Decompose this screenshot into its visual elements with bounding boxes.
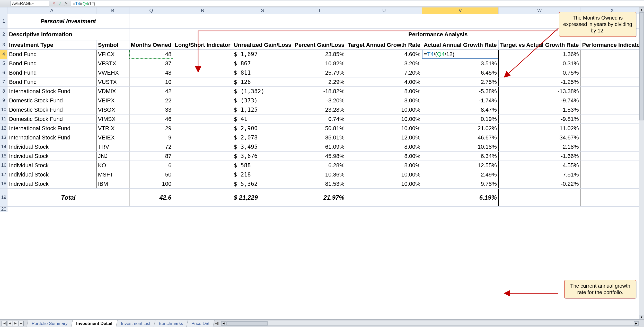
cell-R11[interactable] [173,114,232,124]
cell-S14[interactable]: $ 3,495 [232,142,293,152]
cell-X17[interactable] [580,170,644,179]
cell-X10[interactable] [580,105,644,114]
col-header-T[interactable]: T [293,7,346,14]
cell-V18[interactable]: 9.78% [422,179,498,189]
total-U[interactable] [346,189,422,207]
row-header-3[interactable]: 3 [0,40,7,50]
tab-next-button[interactable]: ▶ [13,321,18,326]
cell-W18[interactable]: -0.22% [498,179,580,189]
cell-A7[interactable]: Bond Fund [7,77,96,87]
cell-X14[interactable] [580,142,644,152]
cell-R7[interactable] [173,77,232,87]
col-header-B[interactable]: B [96,7,129,14]
cell-W5[interactable]: 0.31% [498,59,580,68]
cell-Q12[interactable]: 29 [129,124,173,133]
cell-W15[interactable]: -1.66% [498,152,580,161]
cell-R17[interactable] [173,170,232,179]
sheet-tab-price-dat[interactable]: Price Dat [186,320,215,327]
cell-U6[interactable]: 7.20% [346,68,422,77]
cell-X13[interactable] [580,133,644,142]
cell-W13[interactable]: 34.67% [498,133,580,142]
cell-Q6[interactable]: 48 [129,68,173,77]
cell-R15[interactable] [173,152,232,161]
cell-Q4[interactable]: 48 [129,50,173,59]
sheet-tab-investment-detail[interactable]: Investment Detail [71,320,118,327]
name-box-dropdown-icon[interactable]: ▼ [32,2,47,5]
cell-W16[interactable]: 4.55% [498,161,580,170]
fx-button[interactable]: fx [64,1,68,6]
cell-U15[interactable]: 8.00% [346,152,422,161]
cell-Q14[interactable]: 72 [129,142,173,152]
cell-X7[interactable] [580,77,644,87]
cell-T5[interactable]: 10.82% [293,59,346,68]
cell-Q17[interactable]: 50 [129,170,173,179]
cell-V4-editing[interactable]: =T4/(Q4/12) [422,50,498,59]
row-header-2[interactable]: 2 [0,29,7,40]
title-cell[interactable]: Personal Investment [7,14,129,29]
hdr-symbol[interactable]: Symbol [96,40,129,50]
cell-U10[interactable]: 10.00% [346,105,422,114]
col-header-A[interactable]: A [7,7,96,14]
cell-B9[interactable]: VEIPX [96,96,129,105]
cell-S5[interactable]: $ 867 [232,59,293,68]
cell-A18[interactable]: Individual Stock [7,179,96,189]
row-header-12[interactable]: 12 [0,124,7,133]
cell-U17[interactable]: 10.00% [346,170,422,179]
cell-X5[interactable] [580,59,644,68]
cell-R18[interactable] [173,179,232,189]
cell-V9[interactable]: -1.74% [422,96,498,105]
cell-R13[interactable] [173,133,232,142]
cell-X18[interactable] [580,179,644,189]
cell-V14[interactable]: 10.18% [422,142,498,152]
cell-T10[interactable]: 23.28% [293,105,346,114]
total-percent[interactable]: 21.97% [293,189,346,207]
scroll-up-button[interactable]: ▲ [639,7,644,12]
sheet-tab-portfolio-summary[interactable]: Portfolio Summary [27,320,73,327]
cell-T6[interactable]: 25.79% [293,68,346,77]
cell-Q16[interactable]: 6 [129,161,173,170]
cell-T8[interactable]: -18.82% [293,87,346,96]
cell-U13[interactable]: 12.00% [346,133,422,142]
row-header-20[interactable]: 20 [0,207,7,212]
cell-U11[interactable]: 10.00% [346,114,422,124]
cell-R5[interactable] [173,59,232,68]
cell-B7[interactable]: VUSTX [96,77,129,87]
cell-U9[interactable]: 8.00% [346,96,422,105]
enter-button[interactable]: ✓ [58,1,62,6]
horizontal-scrollbar[interactable]: ◀ ▶ [221,321,639,326]
formula-input[interactable]: =T4/(Q4/12) [71,1,644,6]
cell-Q18[interactable]: 100 [129,179,173,189]
hdr-perf-indicator[interactable]: Performance Indicator [580,40,644,50]
cell-T14[interactable]: 61.09% [293,142,346,152]
cell-B5[interactable]: VFSTX [96,59,129,68]
cell-V11[interactable]: 0.19% [422,114,498,124]
cell-V10[interactable]: 8.47% [422,105,498,114]
tab-scroll-splitter-icon[interactable]: ◀ [215,321,218,326]
hdr-unrealized[interactable]: Unrealized Gain/Loss [232,40,293,50]
cell-Q13[interactable]: 9 [129,133,173,142]
cell-X9[interactable] [580,96,644,105]
hdr-target-growth[interactable]: Target Annual Growth Rate [346,40,422,50]
row-header-10[interactable]: 10 [0,105,7,114]
row-header-11[interactable]: 11 [0,114,7,124]
cell-V6[interactable]: 6.45% [422,68,498,77]
cell-S8[interactable]: $ (1,382) [232,87,293,96]
cell-T13[interactable]: 35.01% [293,133,346,142]
cell-W9[interactable]: -9.74% [498,96,580,105]
cell-T17[interactable]: 10.36% [293,170,346,179]
cell-A13[interactable]: International Stock Fund [7,133,96,142]
cell-A6[interactable]: Bond Fund [7,68,96,77]
cell-X11[interactable] [580,114,644,124]
cell-T18[interactable]: 81.53% [293,179,346,189]
hscroll-thumb[interactable] [226,321,268,325]
cell-S4[interactable]: $ 1,697 [232,50,293,59]
cell-U14[interactable]: 8.00% [346,142,422,152]
col-header-Q[interactable]: Q [129,7,173,14]
col-header-R[interactable]: R [173,7,232,14]
row-header-4[interactable]: 4 [0,50,7,59]
cell-B12[interactable]: VTRIX [96,124,129,133]
cell-U4[interactable]: 4.60% [346,50,422,59]
cell-T16[interactable]: 6.28% [293,161,346,170]
cell-A4[interactable]: Bond Fund [7,50,96,59]
cell-T15[interactable]: 45.98% [293,152,346,161]
